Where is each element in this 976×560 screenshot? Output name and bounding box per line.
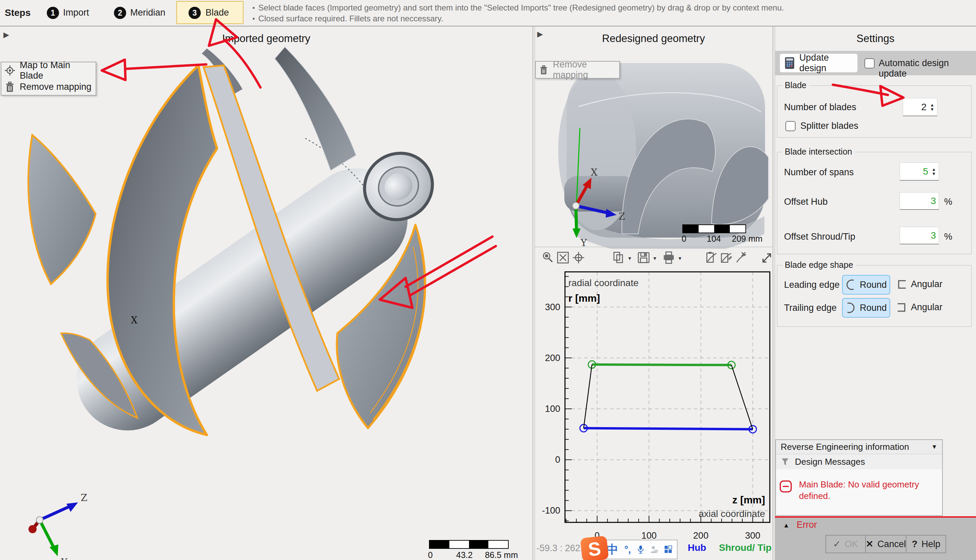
context-menu: Map to Main Blade Remove mapping	[1, 62, 96, 96]
step-blade-highlight[interactable]: 3 Blade	[176, 1, 244, 24]
svg-text:0: 0	[555, 455, 560, 465]
impeller-geometry[interactable]	[28, 47, 445, 450]
svg-text:300: 300	[545, 302, 560, 312]
cursor-coordinates: -59.3 : 262.4	[537, 543, 588, 553]
svg-text:100: 100	[545, 404, 560, 414]
imported-geometry-panel[interactable]: X Z Y ▶ Imported geometry Map	[0, 27, 532, 560]
dropdown-icon[interactable]: ▼	[931, 443, 938, 450]
offset-shroud-label: Offset Shroud/Tip	[784, 232, 855, 242]
check-icon: ✓	[833, 538, 841, 550]
step-meridian[interactable]: Meridian	[130, 7, 165, 18]
meridian-chart[interactable]: 01002003003002001000-100radial coordinat…	[534, 27, 772, 560]
leading-edge-round-button[interactable]: Round	[842, 275, 890, 295]
settings-panel: Settings Update design Automatic design …	[775, 27, 976, 560]
user-icon[interactable]	[650, 544, 658, 555]
calculator-icon	[785, 56, 794, 70]
ime-punctuation-icon[interactable]: °,	[624, 544, 631, 555]
steps-heading: Steps	[5, 7, 30, 18]
error-message-item[interactable]: Main Blade: No valid geometry defined.	[776, 469, 942, 515]
svg-text:radial coordinate: radial coordinate	[568, 278, 639, 288]
settings-toolbar: Update design Automatic design update	[775, 51, 976, 75]
microphone-icon[interactable]	[637, 544, 644, 555]
dialog-footer: ▲ Error ✓ OK ✕ Cancel ? Help	[775, 518, 976, 560]
question-icon: ?	[912, 539, 918, 550]
blade-intersection-legend: Blade intersection	[782, 147, 855, 157]
update-design-button[interactable]: Update design	[780, 53, 858, 73]
stepper-down-icon: ▼	[932, 172, 936, 176]
stepper-up-icon: ▲	[932, 167, 936, 172]
reverse-info-header[interactable]: Reverse Engineering information ▼	[776, 440, 942, 454]
step-2-badge: 2	[114, 7, 126, 19]
instruction-line-1: ● Select blade faces (Imported geometry)…	[252, 3, 829, 13]
z-axis-label: Z	[81, 492, 87, 503]
offset-shroud-field[interactable]: 3	[900, 227, 939, 244]
offset-hub-field[interactable]: 3	[900, 192, 939, 210]
scale-mid: 43.2	[456, 550, 473, 560]
steps-toolbar: Steps 1 Import 2 Meridian 3 Blade ● Sele…	[0, 0, 976, 27]
number-of-blades-stepper[interactable]: 2 ▲ ▼	[903, 98, 938, 116]
panel-title: Imported geometry	[0, 33, 532, 45]
error-message-line1: Main Blade: No valid geometry	[799, 478, 919, 490]
svg-text:-100: -100	[542, 505, 560, 516]
ime-toolbar[interactable]: 中 °,	[601, 540, 677, 559]
trailing-edge-round-button[interactable]: Round	[842, 298, 890, 318]
bullet-icon: ●	[252, 3, 255, 13]
step-3-badge: 3	[189, 7, 201, 19]
x-axis-arrow	[28, 525, 37, 533]
splitter-blades-label: Splitter blades	[800, 121, 858, 131]
shroud-legend-label[interactable]: Shroud/ Tip	[719, 542, 771, 553]
leading-edge-angular-option[interactable]: Angular	[897, 279, 943, 290]
round-open-left-icon	[846, 302, 856, 313]
number-of-spans-stepper[interactable]: 5 ▲ ▼	[900, 162, 939, 181]
stepper-arrows[interactable]: ▲ ▼	[932, 167, 936, 176]
step-import[interactable]: Import	[63, 7, 89, 18]
svg-text:200: 200	[545, 353, 560, 363]
trailing-edge-label: Trailing edge	[784, 303, 837, 313]
angular-open-right-icon	[897, 279, 907, 290]
settings-title: Settings	[775, 33, 976, 45]
trailing-edge-angular-option[interactable]: Angular	[897, 302, 943, 313]
blade-fin[interactable]	[275, 47, 356, 170]
stepper-down-icon: ▼	[930, 107, 934, 112]
blade-edge-shape-group: Blade edge shape Leading edge Round Angu…	[777, 265, 972, 327]
blade-face[interactable]	[28, 135, 96, 284]
redesigned-geometry-panel[interactable]: Y X Z Y ▶ Redesigned geometry	[534, 27, 772, 560]
svg-text:300: 300	[745, 530, 760, 541]
offset-hub-unit: %	[944, 197, 952, 207]
y-axis-arrow	[50, 544, 58, 556]
collapse-error-icon[interactable]: ▲	[783, 522, 789, 529]
offset-shroud-unit: %	[944, 232, 952, 242]
grid-menu-icon[interactable]	[664, 544, 672, 555]
stepper-arrows[interactable]: ▲ ▼	[930, 103, 934, 112]
round-open-right-icon	[846, 279, 856, 290]
svg-text:200: 200	[693, 530, 708, 541]
blade-group-legend: Blade	[782, 80, 809, 90]
x-axis-label: X	[131, 315, 138, 325]
splitter-blades-checkbox[interactable]	[786, 121, 796, 131]
ok-button[interactable]: ✓ OK	[826, 536, 865, 553]
map-to-main-blade-item[interactable]: Map to Main Blade	[2, 62, 96, 78]
cancel-button[interactable]: ✕ Cancel	[865, 536, 906, 553]
remove-mapping-item[interactable]: Remove mapping	[2, 78, 96, 95]
filter-icon	[781, 457, 789, 466]
design-messages-row[interactable]: Design Messages	[776, 454, 942, 469]
svg-text:r [mm]: r [mm]	[568, 293, 600, 304]
svg-text:z [mm]: z [mm]	[732, 494, 765, 505]
z-axis-arrow	[67, 502, 78, 512]
imported-geometry-viewport[interactable]: X Z Y	[0, 27, 532, 560]
svg-text:axial coordinate: axial coordinate	[699, 508, 765, 519]
close-icon: ✕	[866, 538, 874, 550]
help-button[interactable]: ? Help	[906, 536, 946, 553]
blade-intersection-group: Blade intersection Number of spans 5 ▲ ▼…	[777, 152, 972, 254]
sogou-ime-logo[interactable]: S	[580, 536, 609, 560]
number-of-spans-label: Number of spans	[784, 167, 854, 178]
step-blade[interactable]: Blade	[205, 7, 229, 18]
target-icon	[5, 65, 15, 76]
error-message-line2: defined.	[799, 490, 919, 502]
angular-open-left-icon	[897, 302, 907, 313]
auto-update-checkbox[interactable]	[864, 58, 874, 68]
hub-legend-label[interactable]: Hub	[688, 542, 706, 553]
y-axis-label: Y	[61, 557, 67, 560]
number-of-blades-label: Number of blades	[784, 102, 856, 113]
blade-edge-shape-legend: Blade edge shape	[782, 260, 856, 270]
